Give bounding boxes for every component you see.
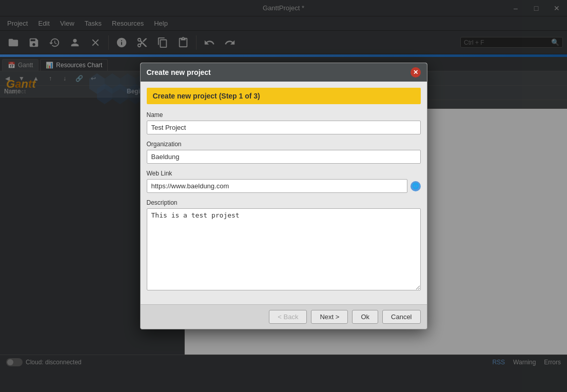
description-form-group: Description This is a test projest xyxy=(147,199,421,292)
modal-footer: < Back Next > Ok Cancel xyxy=(141,304,427,329)
description-label: Description xyxy=(147,199,421,206)
modal-step-header: Create new project (Step 1 of 3) xyxy=(147,88,421,104)
web-link-input[interactable] xyxy=(147,179,407,193)
description-textarea[interactable]: This is a test projest xyxy=(147,208,421,290)
modal-step-title: Create new project (Step 1 of 3) xyxy=(153,92,260,100)
ok-button[interactable]: Ok xyxy=(352,310,378,324)
organization-input[interactable] xyxy=(147,150,421,164)
modal-body: Create new project (Step 1 of 3) Name Or… xyxy=(141,82,427,304)
cancel-button[interactable]: Cancel xyxy=(382,310,420,324)
globe-icon[interactable]: 🌐 xyxy=(410,181,421,191)
modal-overlay: Create new project ✕ Create new project … xyxy=(0,0,567,392)
modal-close-button[interactable]: ✕ xyxy=(410,67,421,77)
organization-label: Organization xyxy=(147,141,421,148)
modal-title-bar: Create new project ✕ xyxy=(141,63,427,82)
web-link-form-group: Web Link 🌐 xyxy=(147,170,421,193)
name-form-group: Name xyxy=(147,111,421,134)
name-label: Name xyxy=(147,111,421,119)
organization-form-group: Organization xyxy=(147,141,421,164)
name-input[interactable] xyxy=(147,121,421,134)
back-button[interactable]: < Back xyxy=(269,310,307,324)
web-link-row: 🌐 xyxy=(147,179,421,193)
create-project-dialog: Create new project ✕ Create new project … xyxy=(140,63,427,329)
next-button[interactable]: Next > xyxy=(311,310,348,324)
web-link-label: Web Link xyxy=(147,170,421,177)
modal-title: Create new project xyxy=(147,68,211,76)
